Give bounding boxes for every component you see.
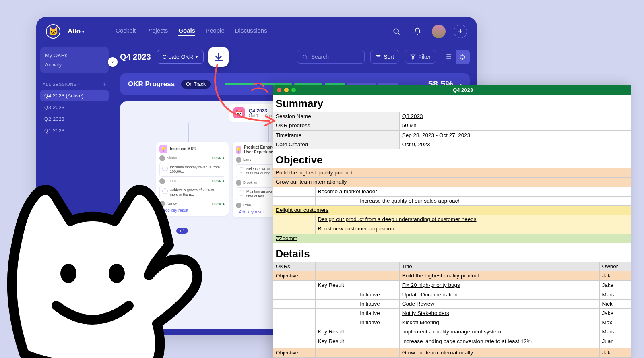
- session-item[interactable]: Q3 2023: [40, 102, 109, 113]
- nav-tab-projects[interactable]: Projects: [146, 27, 168, 36]
- svg-point-10: [60, 264, 76, 283]
- nav-tab-goals[interactable]: Goals: [178, 27, 195, 36]
- tree-view-icon[interactable]: ⌬: [456, 50, 469, 64]
- collapse-sidebar-icon[interactable]: ‹: [108, 57, 118, 67]
- bell-icon[interactable]: [411, 25, 424, 38]
- sessions-header[interactable]: ALL SESSIONS ›: [43, 82, 80, 87]
- svg-point-11: [109, 264, 125, 283]
- app-switcher[interactable]: Allo▾: [68, 27, 84, 35]
- view-toggle[interactable]: ☰⌬: [442, 50, 470, 64]
- toolbar: Q4 2023 Create OKR▾ Sort Filter ☰⌬: [120, 43, 470, 73]
- sidebar-my-okrs[interactable]: My OKRs: [45, 51, 104, 60]
- filter-button[interactable]: Filter: [405, 50, 436, 64]
- window-chrome: Q4 2023: [273, 85, 631, 95]
- close-icon[interactable]: [277, 88, 281, 92]
- svg-line-1: [398, 33, 400, 35]
- app-logo-icon: 🐱: [46, 24, 60, 39]
- session-item[interactable]: Q4 2023 (Active): [40, 90, 109, 101]
- period-title: Q4 2023: [120, 52, 151, 62]
- svg-point-4: [303, 55, 306, 58]
- session-item[interactable]: Q2 2023: [40, 114, 109, 124]
- list-view-icon[interactable]: ☰: [442, 50, 456, 64]
- nav-tabs: CockpitProjectsGoalsPeopleDiscussions: [116, 27, 267, 36]
- download-button[interactable]: [208, 47, 229, 67]
- svg-marker-9: [411, 55, 415, 59]
- sheet-title: Q4 2023: [299, 87, 627, 93]
- topbar: 🐱 Allo▾ CockpitProjectsGoalsPeopleDiscus…: [36, 17, 477, 43]
- nav-tab-cockpit[interactable]: Cockpit: [116, 27, 136, 36]
- minimize-icon[interactable]: [284, 88, 289, 92]
- nav-tab-people[interactable]: People: [206, 27, 225, 36]
- sidebar-activity[interactable]: Activity: [45, 60, 104, 69]
- calendar-icon: 📅: [233, 107, 245, 118]
- session-item[interactable]: Q1 2023: [40, 125, 109, 136]
- status-badge: On Track: [181, 80, 211, 89]
- new-button[interactable]: +: [454, 25, 467, 38]
- search-input[interactable]: [297, 50, 365, 64]
- svg-point-0: [394, 29, 398, 33]
- svg-line-5: [306, 58, 307, 59]
- search-icon[interactable]: [390, 25, 403, 38]
- nav-tab-discussions[interactable]: Discussions: [235, 27, 267, 36]
- maximize-icon[interactable]: [291, 88, 296, 92]
- add-session-icon[interactable]: +: [102, 81, 106, 88]
- chevron-down-icon: ▾: [82, 29, 84, 34]
- spreadsheet-window: Q4 2023 SummarySession NameQ3 2023OKR pr…: [273, 85, 631, 358]
- create-okr-button[interactable]: Create OKR▾: [157, 50, 204, 64]
- mascot-illustration: [0, 165, 213, 358]
- spreadsheet-grid[interactable]: SummarySession NameQ3 2023OKR progress50…: [273, 95, 631, 358]
- user-avatar[interactable]: [432, 25, 446, 38]
- sort-button[interactable]: Sort: [370, 50, 399, 64]
